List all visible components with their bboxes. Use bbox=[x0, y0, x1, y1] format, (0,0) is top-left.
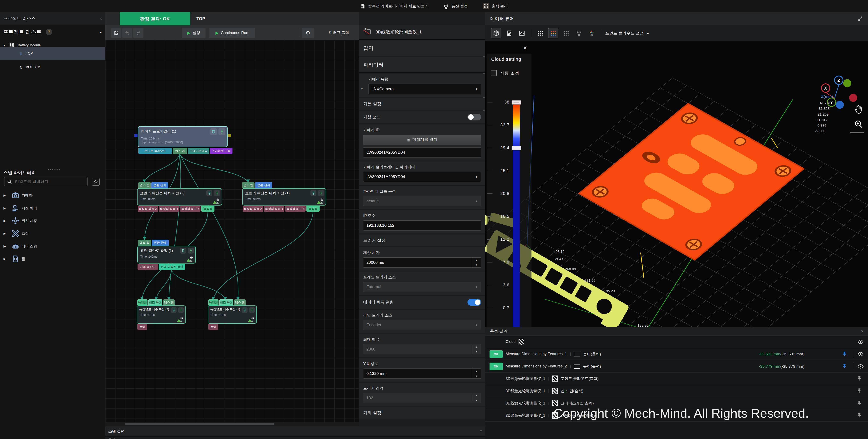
camera-type-select[interactable]: LNXCamera ▼ bbox=[368, 84, 481, 94]
pin-icon[interactable] bbox=[842, 364, 848, 369]
expand-arrow-icon[interactable]: ▶ bbox=[0, 194, 9, 197]
pin-icon[interactable] bbox=[842, 351, 848, 357]
collapse-node-icon[interactable] bbox=[210, 128, 217, 135]
menu-output-management[interactable]: 출력 관리 bbox=[483, 3, 508, 9]
port-depth-map-in[interactable]: 뎁스 맵 bbox=[163, 299, 175, 305]
calibration-select[interactable]: LW300241A205YD04 ▼ bbox=[363, 172, 481, 182]
download-output-icon[interactable] bbox=[214, 190, 220, 196]
port-feature-in[interactable]: 특징점 bbox=[137, 299, 148, 305]
subsection-other-settings[interactable]: 기타 설정 bbox=[359, 407, 485, 419]
port-feature-z[interactable]: 특징점 좌표 Z bbox=[285, 206, 306, 212]
section-parameters[interactable]: 파라미터 bbox=[359, 57, 485, 73]
log-bar[interactable]: 로그 bbox=[105, 437, 485, 439]
node-locate-feature-points-2[interactable]: 표면의 특징점 위치 지정 (2) Time: 86ms bbox=[137, 188, 222, 206]
pin-icon[interactable] bbox=[857, 388, 863, 394]
point-cloud-settings-label[interactable]: 포인트 클라우드 설정 bbox=[605, 31, 644, 36]
download-output-icon[interactable] bbox=[249, 307, 255, 313]
menu-new-from-solution-library[interactable]: 솔루션 라이브러리에서 새로 만들기 bbox=[360, 3, 429, 9]
port-reference-in[interactable]: 참조 특징 bbox=[219, 299, 233, 305]
chevron-up-icon[interactable]: ⌃ bbox=[479, 430, 482, 433]
collapse-node-icon[interactable] bbox=[207, 190, 212, 196]
view-3d-cube-icon[interactable] bbox=[491, 28, 501, 38]
preview-image-icon[interactable] bbox=[212, 199, 220, 204]
port-feature-in[interactable]: 특징점 bbox=[208, 299, 218, 305]
port-height[interactable]: 높이 bbox=[208, 324, 218, 330]
visibility-eye-icon[interactable] bbox=[858, 351, 864, 357]
step-category-meta-step[interactable]: ▶ 메타 스텝 bbox=[0, 240, 105, 252]
favorite-steps-button[interactable] bbox=[92, 178, 100, 185]
subsection-basic-settings[interactable]: 기본 설정 bbox=[359, 98, 485, 110]
camera-id-field[interactable]: LW300241A205YD04 bbox=[363, 147, 481, 158]
tree-item-top[interactable]: ↑↓ TOP bbox=[0, 47, 105, 60]
view-profile-wave-icon[interactable] bbox=[517, 28, 527, 38]
port-feature-points[interactable]: 특징점 bbox=[201, 206, 214, 212]
color-scale-solid[interactable] bbox=[513, 148, 520, 327]
collapse-panel-icon[interactable]: ‹ bbox=[100, 16, 102, 21]
spinner-buttons[interactable]: ▲▼ bbox=[472, 258, 481, 267]
port-global-flatness[interactable]: 전역 평탄도 bbox=[137, 264, 158, 270]
tree-item-bottom[interactable]: ↑↓ BOTTOM bbox=[0, 61, 105, 73]
expand-arrow-icon[interactable]: ▼ bbox=[0, 44, 8, 47]
pin-icon[interactable] bbox=[857, 400, 863, 406]
port-depth-map-in[interactable]: 뎁스 맵 bbox=[234, 299, 246, 305]
node-locate-feature-points-1[interactable]: 표면의 특징점 위치 지정 (1) Time: 99ms bbox=[242, 188, 326, 206]
collapse-node-icon[interactable] bbox=[180, 248, 186, 254]
tab-top[interactable]: TOP bbox=[196, 12, 205, 25]
acquisition-toggle[interactable] bbox=[467, 299, 481, 306]
spinner-buttons[interactable]: ▲▼ bbox=[472, 369, 481, 378]
dots-grid-gray-icon[interactable] bbox=[561, 28, 571, 38]
node-laser-profiler[interactable]: 레이저 프로파일러 (1) Time: 2634ms depth image s… bbox=[138, 126, 227, 147]
auto-adjust-checkbox[interactable] bbox=[491, 70, 497, 76]
result-row-cloud[interactable]: Cloud bbox=[485, 336, 868, 348]
undo-button[interactable] bbox=[122, 28, 132, 38]
download-output-icon[interactable] bbox=[318, 190, 324, 196]
results-header[interactable]: 측정 결과 ∨ bbox=[485, 327, 868, 336]
continuous-run-button[interactable]: ▶ Continuous Run bbox=[209, 28, 255, 38]
color-scale-gradient[interactable] bbox=[513, 102, 520, 148]
help-icon[interactable]: ? bbox=[46, 29, 52, 35]
expand-viewer-icon[interactable] bbox=[858, 16, 863, 22]
collapse-node-icon[interactable] bbox=[242, 307, 248, 313]
expand-arrow-icon[interactable]: ▶ bbox=[0, 257, 9, 261]
search-input[interactable] bbox=[14, 179, 79, 184]
port-depth-map-in[interactable]: 뎁스 맵 bbox=[138, 240, 151, 246]
result-row-features-2[interactable]: OK Measure Dimensions by Features_2 | 높이… bbox=[485, 360, 868, 373]
port-feature-points[interactable]: 특징점 bbox=[306, 206, 319, 212]
layered-dots-color-icon[interactable] bbox=[587, 28, 596, 38]
panel-splitter-handle[interactable]: •••••• bbox=[48, 167, 61, 172]
port-feature-y[interactable]: 특징점 좌표 Y bbox=[159, 206, 179, 212]
step-description-bar[interactable]: 스텝 설명 ⌃ bbox=[105, 426, 485, 436]
step-category-camera[interactable]: ▶ 카메라 bbox=[0, 190, 105, 201]
result-row-point-cloud-output[interactable]: 3D线激光轮廓测量仪_1 | 포인트 클라우드(출력) bbox=[485, 373, 868, 385]
expand-arrow-icon[interactable]: ▶ bbox=[0, 232, 9, 235]
scale-handle-bottom[interactable] bbox=[512, 146, 521, 150]
preview-image-icon[interactable] bbox=[177, 317, 184, 322]
close-icon[interactable]: ✕ bbox=[523, 45, 527, 51]
preview-image-icon[interactable] bbox=[248, 317, 255, 322]
redo-button[interactable] bbox=[133, 28, 144, 38]
run-settings-button[interactable]: ⚙ bbox=[302, 28, 314, 38]
judgement-result-tab[interactable]: 판정 결과: OK bbox=[120, 12, 190, 25]
pan-hand-icon[interactable] bbox=[854, 105, 863, 114]
port-height[interactable]: 높이 bbox=[137, 324, 147, 330]
port-reference-in[interactable]: 참조 특징 bbox=[148, 299, 162, 305]
port-fitted-plane[interactable]: 전역 피팅된 평면 bbox=[159, 264, 185, 270]
chevron-down-icon[interactable]: ∨ bbox=[861, 329, 863, 333]
collapse-node-icon[interactable] bbox=[310, 190, 316, 196]
port-feature-z[interactable]: 특징점 좌표 Z bbox=[180, 206, 200, 212]
layered-dots-gray-icon[interactable] bbox=[574, 28, 584, 38]
port-scaling-ratio[interactable]: 스케이링 비율 bbox=[210, 148, 232, 154]
save-button[interactable] bbox=[111, 28, 121, 38]
preview-image-icon[interactable] bbox=[186, 257, 194, 262]
node-surface-flatness[interactable]: 표면 평탄도 측정 (1) Time: 146ms bbox=[137, 246, 196, 264]
graph-canvas[interactable] bbox=[105, 40, 359, 422]
port-feature-y[interactable]: 특징점 좌표 Y bbox=[264, 206, 284, 212]
port-grayscale[interactable]: 그레이스케일 bbox=[188, 148, 209, 154]
timeout-spinner[interactable]: 20000 ms ▲▼ bbox=[363, 258, 481, 268]
collapse-section-icon[interactable]: ▲ bbox=[99, 30, 102, 34]
step-category-measurement[interactable]: ▶ 측정 bbox=[0, 228, 105, 239]
port-depth-map-in[interactable]: 뎁스 맵 bbox=[138, 182, 151, 188]
section-input[interactable]: 입력 bbox=[359, 40, 485, 56]
step-category-positioning[interactable]: ▶ 위치 지정 bbox=[0, 215, 105, 227]
y-resolution-spinner[interactable]: 0.1320 mm ▲▼ bbox=[363, 369, 481, 379]
